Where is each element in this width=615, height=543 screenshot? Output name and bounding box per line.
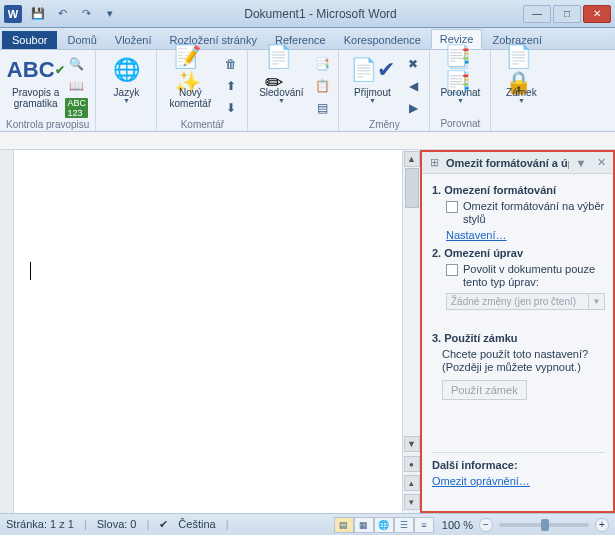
limit-formatting-label: Omezit formátování na výběr stylů bbox=[463, 200, 605, 226]
document-column bbox=[0, 150, 402, 513]
text-cursor bbox=[30, 262, 31, 280]
next-change-icon[interactable]: ▶ bbox=[403, 98, 423, 118]
group-comments: 📝✨ Nový komentář 🗑 ⬆ ⬇ Komentář bbox=[157, 50, 248, 131]
scroll-thumb[interactable] bbox=[405, 168, 419, 208]
workarea: ▲ ▼ ● ▴ ▾ ⊞ Omezit formátování a úpravy … bbox=[0, 150, 615, 513]
pane-close-icon[interactable]: ✕ bbox=[593, 155, 609, 171]
pane-dropdown-icon[interactable]: ▼ bbox=[573, 155, 589, 171]
apply-lock-button: Použít zámek bbox=[442, 380, 527, 400]
research-icon[interactable]: 🔍 bbox=[67, 54, 87, 74]
group-language: 🌐 Jazyk ▼ bbox=[96, 50, 157, 131]
chevron-down-icon: ▼ bbox=[589, 293, 605, 310]
minimize-button[interactable]: — bbox=[523, 5, 551, 23]
spelling-grammar-button[interactable]: ABC✔ Pravopis a gramatika bbox=[9, 52, 63, 109]
reject-icon[interactable]: ✖ bbox=[403, 54, 423, 74]
next-page-icon[interactable]: ▾ bbox=[404, 494, 420, 510]
ribbon: ABC✔ Pravopis a gramatika 🔍 📖 ABC123 Kon… bbox=[0, 50, 615, 132]
status-words[interactable]: Slova: 0 bbox=[97, 518, 137, 531]
limit-formatting-checkbox[interactable] bbox=[446, 201, 458, 213]
web-layout-view-icon[interactable]: 🌐 bbox=[374, 517, 394, 533]
editing-type-value: Žádné změny (jen pro čtení) bbox=[446, 293, 589, 310]
accept-button[interactable]: 📄✔ Přijmout ▼ bbox=[345, 52, 399, 104]
thesaurus-icon[interactable]: 📖 bbox=[67, 76, 87, 96]
divider bbox=[432, 452, 605, 453]
zoom-slider[interactable] bbox=[499, 523, 589, 527]
document-page[interactable] bbox=[14, 150, 402, 513]
pane-move-icon[interactable]: ⊞ bbox=[426, 155, 442, 171]
window-controls: — □ ✕ bbox=[521, 5, 611, 23]
globe-icon: 🌐 bbox=[110, 54, 142, 86]
tab-file[interactable]: Soubor bbox=[2, 31, 57, 49]
editing-type-dropdown: Žádné změny (jen pro čtení) ▼ bbox=[446, 293, 605, 310]
prev-change-icon[interactable]: ◀ bbox=[403, 76, 423, 96]
task-pane-body: 1. Omezení formátování Omezit formátován… bbox=[422, 174, 613, 511]
print-layout-view-icon[interactable]: ▤ bbox=[334, 517, 354, 533]
track-changes-button[interactable]: 📄✏ Sledování ▼ bbox=[254, 52, 308, 104]
select-browse-object-icon[interactable]: ● bbox=[404, 456, 420, 472]
zoom-out-button[interactable]: − bbox=[479, 518, 493, 532]
prev-comment-icon[interactable]: ⬆ bbox=[221, 76, 241, 96]
section-3-text: Chcete použít toto nastavení? (Později j… bbox=[442, 348, 605, 374]
show-markup-icon[interactable]: 📋 bbox=[312, 76, 332, 96]
language-button[interactable]: 🌐 Jazyk ▼ bbox=[102, 52, 150, 104]
section-3-title: 3. Použití zámku bbox=[432, 332, 605, 344]
prev-page-icon[interactable]: ▴ bbox=[404, 475, 420, 491]
vertical-ruler bbox=[0, 150, 14, 513]
spelling-icon: ABC✔ bbox=[20, 54, 52, 86]
app-icon: W bbox=[4, 5, 22, 23]
statusbar: Stránka: 1 z 1| Slova: 0| ✔ Čeština| ▤ ▦… bbox=[0, 513, 615, 535]
titlebar: W 💾 ↶ ↷ ▾ Dokument1 - Microsoft Word — □… bbox=[0, 0, 615, 28]
reviewing-pane-icon[interactable]: ▤ bbox=[312, 98, 332, 118]
compare-button[interactable]: 📑📑 Porovnat ▼ bbox=[436, 52, 484, 104]
close-button[interactable]: ✕ bbox=[583, 5, 611, 23]
group-protect: 📄🔒 Zámek ▼ bbox=[491, 50, 551, 131]
task-pane-title: Omezit formátování a úpravy bbox=[446, 157, 569, 169]
zoom-percent[interactable]: 100 % bbox=[442, 519, 473, 531]
tab-insert[interactable]: Vložení bbox=[107, 31, 160, 49]
next-comment-icon[interactable]: ⬇ bbox=[221, 98, 241, 118]
section-1-title: 1. Omezení formátování bbox=[432, 184, 605, 196]
allow-editing-checkbox[interactable] bbox=[446, 264, 458, 276]
lock-icon: 📄🔒 bbox=[505, 54, 537, 86]
scroll-up-icon[interactable]: ▲ bbox=[404, 151, 420, 167]
vertical-scrollbar[interactable]: ▲ ▼ ● ▴ ▾ bbox=[402, 150, 420, 513]
zoom-controls: 100 % − + bbox=[442, 518, 609, 532]
protect-button[interactable]: 📄🔒 Zámek ▼ bbox=[497, 52, 545, 104]
outline-view-icon[interactable]: ☰ bbox=[394, 517, 414, 533]
task-pane-header: ⊞ Omezit formátování a úpravy ▼ ✕ bbox=[422, 152, 613, 174]
settings-link[interactable]: Nastavení… bbox=[446, 229, 605, 241]
scroll-down-icon[interactable]: ▼ bbox=[404, 436, 420, 452]
zoom-in-button[interactable]: + bbox=[595, 518, 609, 532]
status-page[interactable]: Stránka: 1 z 1 bbox=[6, 518, 74, 531]
tab-home[interactable]: Domů bbox=[59, 31, 104, 49]
new-comment-button[interactable]: 📝✨ Nový komentář bbox=[163, 52, 217, 109]
proofing-status-icon[interactable]: ✔ bbox=[159, 518, 168, 531]
save-icon[interactable]: 💾 bbox=[28, 4, 48, 24]
compare-icon: 📑📑 bbox=[444, 54, 476, 86]
delete-comment-icon[interactable]: 🗑 bbox=[221, 54, 241, 74]
accept-icon: 📄✔ bbox=[356, 54, 388, 86]
maximize-button[interactable]: □ bbox=[553, 5, 581, 23]
display-for-review-icon[interactable]: 📑 bbox=[312, 54, 332, 74]
tab-mail[interactable]: Korespondence bbox=[336, 31, 429, 49]
qat-customize-icon[interactable]: ▾ bbox=[100, 4, 120, 24]
view-buttons: ▤ ▦ 🌐 ☰ ≡ bbox=[334, 517, 434, 533]
new-comment-icon: 📝✨ bbox=[174, 54, 206, 86]
restrict-permission-link[interactable]: Omezit oprávnění… bbox=[432, 475, 605, 487]
undo-icon[interactable]: ↶ bbox=[52, 4, 72, 24]
full-screen-view-icon[interactable]: ▦ bbox=[354, 517, 374, 533]
more-info-title: Další informace: bbox=[432, 459, 605, 471]
group-compare: 📑📑 Porovnat ▼ Porovnat bbox=[430, 50, 491, 131]
restrict-editing-pane: ⊞ Omezit formátování a úpravy ▼ ✕ 1. Ome… bbox=[420, 150, 615, 513]
window-title: Dokument1 - Microsoft Word bbox=[120, 7, 521, 21]
redo-icon[interactable]: ↷ bbox=[76, 4, 96, 24]
ruler bbox=[0, 132, 615, 150]
zoom-thumb[interactable] bbox=[541, 519, 549, 531]
draft-view-icon[interactable]: ≡ bbox=[414, 517, 434, 533]
word-count-icon[interactable]: ABC123 bbox=[67, 98, 87, 118]
group-tracking: 📄✏ Sledování ▼ 📑 📋 ▤ bbox=[248, 50, 339, 131]
group-proofing: ABC✔ Pravopis a gramatika 🔍 📖 ABC123 Kon… bbox=[0, 50, 96, 131]
group-changes: 📄✔ Přijmout ▼ ✖ ◀ ▶ Změny bbox=[339, 50, 430, 131]
section-2-title: 2. Omezení úprav bbox=[432, 247, 605, 259]
status-language[interactable]: Čeština bbox=[178, 518, 215, 531]
